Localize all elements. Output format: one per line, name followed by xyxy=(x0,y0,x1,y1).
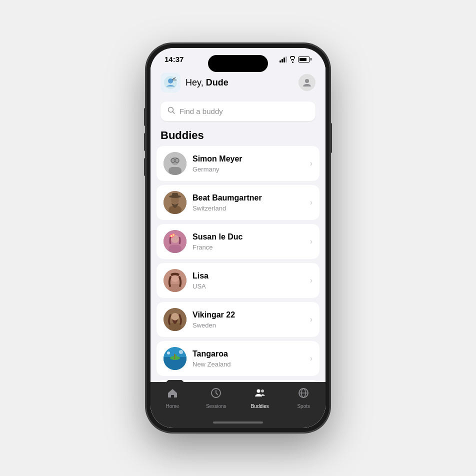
battery-icon xyxy=(298,56,312,62)
buddy-name-susan: Susan le Duc xyxy=(192,232,306,242)
header-left: Hey, Dude xyxy=(160,72,228,92)
buddy-avatar-susan xyxy=(164,230,186,253)
chevron-right-lisa: › xyxy=(310,276,312,285)
buddy-avatar-lisa xyxy=(164,269,186,292)
buddy-location-beat: Switzerland xyxy=(192,204,306,212)
screen: 14:37 xyxy=(150,48,326,428)
svg-rect-30 xyxy=(168,323,182,331)
buddy-name-tangaroa: Tangaroa xyxy=(192,349,306,360)
status-icons xyxy=(280,56,312,63)
svg-rect-34 xyxy=(174,354,175,359)
buddy-avatar-vikingar xyxy=(164,308,186,331)
profile-button[interactable] xyxy=(298,74,316,91)
buddy-card-beat[interactable]: Beat Baumgartner Switzerland › xyxy=(156,185,320,220)
buddy-card-tangaroa[interactable]: Tangaroa New Zealand › xyxy=(156,341,320,376)
svg-point-36 xyxy=(179,350,183,354)
svg-line-6 xyxy=(173,112,175,114)
section-title: Buddies xyxy=(160,129,204,142)
buddy-card-lisa[interactable]: Lisa USA › xyxy=(156,263,320,298)
svg-rect-20 xyxy=(168,245,182,253)
buddy-avatar-tangaroa xyxy=(164,347,186,370)
buddy-info-susan: Susan le Duc France xyxy=(192,232,306,251)
home-indicator xyxy=(150,417,326,428)
search-container: Find a buddy xyxy=(150,98,326,127)
buddy-location-susan: France xyxy=(192,244,306,251)
tab-sessions[interactable]: Sessions xyxy=(194,387,238,409)
app-logo-icon xyxy=(160,72,180,92)
home-icon xyxy=(166,387,178,402)
buddy-location-vikingar: Sweden xyxy=(192,322,306,329)
tab-spots[interactable]: Spots xyxy=(282,387,326,409)
buddy-info-vikingar: Vikingar 22 Sweden xyxy=(192,310,306,329)
svg-point-37 xyxy=(164,380,186,382)
buddies-icon xyxy=(254,387,266,402)
status-time: 14:37 xyxy=(164,55,184,64)
buddy-location-lisa: USA xyxy=(192,282,306,290)
svg-point-44 xyxy=(256,390,260,393)
home-bar xyxy=(213,422,263,424)
buddy-name-vikingar: Vikingar 22 xyxy=(192,310,306,320)
svg-point-1 xyxy=(168,78,173,84)
search-icon xyxy=(168,106,176,116)
buddy-name-lisa: Lisa xyxy=(192,271,306,282)
buddy-info-tangaroa: Tangaroa New Zealand xyxy=(192,349,306,368)
tab-sessions-label: Sessions xyxy=(206,404,226,409)
chevron-right-vikingar: › xyxy=(310,315,312,324)
buddy-avatar-beat xyxy=(164,191,186,214)
sessions-icon xyxy=(210,387,222,402)
chevron-right-simon: › xyxy=(310,159,312,168)
tab-buddies[interactable]: Buddies xyxy=(238,387,282,409)
section-header: Buddies xyxy=(150,127,326,146)
app-content: Hey, Dude xyxy=(150,66,326,428)
phone-wrapper: 14:37 xyxy=(146,43,330,433)
buddy-name-simon: Simon Meyer xyxy=(192,154,306,164)
signal-icon xyxy=(280,56,287,62)
tab-buddies-label: Buddies xyxy=(251,404,269,409)
buddies-list: Simon Meyer Germany › xyxy=(150,146,326,382)
chevron-right-susan: › xyxy=(310,237,312,246)
wifi-icon xyxy=(290,56,295,63)
buddy-card-vikingar[interactable]: Vikingar 22 Sweden › xyxy=(156,302,320,337)
svg-point-4 xyxy=(305,79,309,83)
buddy-name-beat: Beat Baumgartner xyxy=(192,193,306,204)
search-bar[interactable]: Find a buddy xyxy=(160,102,316,121)
svg-rect-9 xyxy=(168,167,182,175)
tab-bar: Home Sessions xyxy=(150,382,326,417)
svg-point-35 xyxy=(167,352,170,354)
buddy-card-susan[interactable]: Susan le Duc France › xyxy=(156,224,320,259)
dynamic-island xyxy=(208,55,268,72)
chevron-right-beat: › xyxy=(310,198,312,207)
tab-spots-label: Spots xyxy=(297,404,310,409)
buddy-info-lisa: Lisa USA xyxy=(192,271,306,290)
buddy-info-beat: Beat Baumgartner Switzerland xyxy=(192,193,306,212)
svg-point-29 xyxy=(171,313,179,321)
buddy-card-foiling[interactable]: Foiling Penguin › xyxy=(156,380,320,382)
tab-home[interactable]: Home xyxy=(150,387,194,409)
buddy-avatar-simon xyxy=(164,152,186,175)
buddy-avatar-foiling xyxy=(164,380,186,382)
buddy-card-simon[interactable]: Simon Meyer Germany › xyxy=(156,146,320,181)
spots-icon xyxy=(298,387,310,402)
search-placeholder: Find a buddy xyxy=(180,107,223,116)
svg-rect-17 xyxy=(172,193,178,198)
header-greeting: Hey, Dude xyxy=(186,78,228,88)
chevron-right-tangaroa: › xyxy=(310,354,312,363)
buddy-info-simon: Simon Meyer Germany xyxy=(192,154,306,173)
buddy-location-tangaroa: New Zealand xyxy=(192,360,306,368)
tab-home-label: Home xyxy=(166,404,179,409)
svg-point-24 xyxy=(173,234,174,236)
svg-point-45 xyxy=(261,390,264,392)
buddy-location-simon: Germany xyxy=(192,166,306,173)
